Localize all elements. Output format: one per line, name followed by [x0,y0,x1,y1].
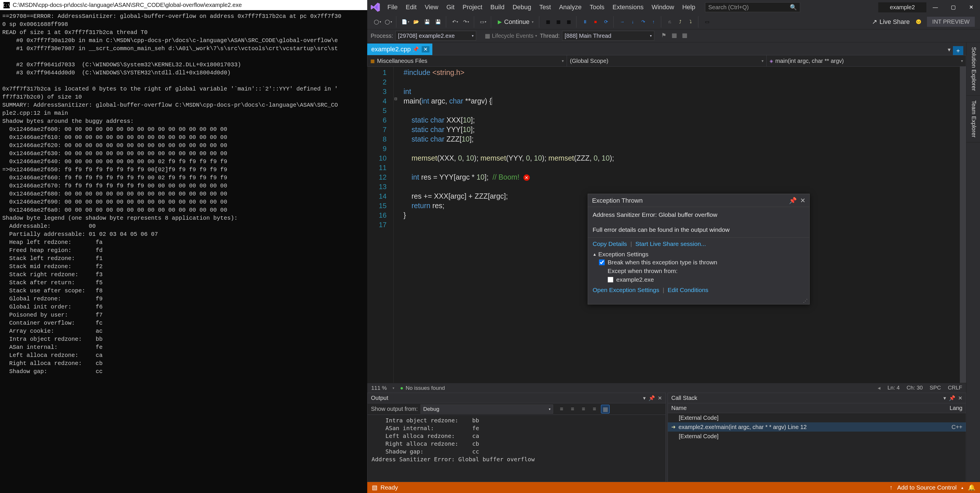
edit-conditions-link[interactable]: Edit Conditions [668,286,708,293]
menu-file[interactable]: File [383,0,401,14]
crlf-indicator[interactable]: CRLF [948,385,962,391]
save-icon[interactable]: 💾 [423,17,431,26]
continue-button[interactable]: ▶ Continue ▾ [495,17,537,27]
menu-debug[interactable]: Debug [508,0,535,14]
redo-icon[interactable]: ↷▾ [462,17,470,26]
spc-indicator[interactable]: SPC [929,385,941,391]
team-explorer-tab[interactable]: Team Explorer [966,96,980,142]
pause-icon[interactable]: ⏸ [581,17,589,26]
config-icon[interactable]: ▭▾ [479,17,487,26]
minimize-button[interactable]: — [926,0,944,14]
tool-icon-a[interactable]: ⎌ [665,17,674,26]
thread-dropdown[interactable]: [888] Main Thread ▾ [562,31,654,41]
panel-dropdown-icon[interactable]: ▾ [943,395,946,401]
open-icon[interactable]: 📂 [412,17,420,26]
menu-project[interactable]: Project [458,0,486,14]
error-icon[interactable]: ✕ [523,175,530,181]
add-source-control[interactable]: Add to Source Control [897,484,957,491]
live-share-button[interactable]: ↗ Live Share [869,18,913,25]
tool-icon-3[interactable]: ▦ [564,17,573,26]
close-button[interactable]: ✕ [962,0,980,14]
tool-icon-c[interactable]: ⤵ [686,17,695,26]
nav-member[interactable]: ◈ main(int argc, char ** argv) ▾ [767,56,966,66]
menu-edit[interactable]: Edit [401,0,420,14]
vs-logo-icon[interactable] [370,2,380,13]
break-when-checkbox[interactable] [599,259,605,265]
solution-explorer-tab[interactable]: Solution Explorer [966,42,980,96]
menu-analyze[interactable]: Analyze [555,0,585,14]
undo-icon[interactable]: ↶▾ [451,17,460,26]
callstack-row[interactable]: ➜ example2.exe!main(int argc, char * * a… [668,422,966,432]
tab-add-icon[interactable]: ＋ [953,46,963,55]
search-input[interactable]: Search (Ctrl+Q) 🔍 [705,2,800,12]
show-next-icon[interactable]: → [618,17,627,26]
ln-indicator[interactable]: Ln: 4 [888,385,900,391]
menu-build[interactable]: Build [486,0,508,14]
pin-icon[interactable]: 📌 [412,46,419,52]
out-tool-2-icon[interactable]: ≡ [568,405,577,413]
callstack-row[interactable]: [External Code] [668,413,966,422]
feedback-icon[interactable]: 😐 [914,17,923,26]
menu-extensions[interactable]: Extensions [608,0,648,14]
output-header[interactable]: Output ▾ 📌 ✕ [368,393,665,403]
panel-close-icon[interactable]: ✕ [658,395,662,401]
panel-close-icon[interactable]: ✕ [958,395,963,401]
panel-pin-icon[interactable]: 📌 [949,395,955,401]
menu-help[interactable]: Help [678,0,699,14]
except-item-checkbox[interactable] [608,277,613,283]
editor-scrollbar[interactable] [960,67,966,383]
nav-project[interactable]: ▦ Miscellaneous Files ▾ [368,56,567,66]
out-tool-4-icon[interactable]: ≡ [590,405,599,413]
out-tool-5-icon[interactable]: ▦ [601,405,609,413]
menu-tools[interactable]: Tools [586,0,608,14]
out-tool-3-icon[interactable]: ≡ [579,405,588,413]
nav-scope[interactable]: (Global Scope) ▾ [567,56,767,66]
output-text[interactable]: Intra object redzone: bb ASan internal: … [368,415,665,482]
resize-grip-icon[interactable]: ⋰ [588,297,809,304]
popup-close-icon[interactable]: ✕ [800,197,805,204]
stack2-icon[interactable]: ▦ [682,32,690,40]
fold-gutter[interactable]: ⊟ [394,67,399,383]
maximize-button[interactable]: ▢ [944,0,962,14]
start-liveshare-link[interactable]: Start Live Share session... [635,240,706,247]
stop-icon[interactable]: ■ [591,17,600,26]
panel-dropdown-icon[interactable]: ▾ [643,395,646,401]
process-dropdown[interactable]: [29708] example2.exe ▾ [395,31,476,41]
stack-icon[interactable]: ▦ [671,32,680,40]
restart-icon[interactable]: ⟳ [601,17,610,26]
int-preview-badge[interactable]: INT PREVIEW [927,17,975,27]
tab-dropdown-icon[interactable]: ▾ [948,46,951,55]
out-tool-1-icon[interactable]: ≡ [557,405,566,413]
menu-view[interactable]: View [420,0,442,14]
tab-example2[interactable]: example2.cpp 📌 ✕ [367,43,432,55]
menu-git[interactable]: Git [442,0,458,14]
flag-icon[interactable]: ⚑ [661,32,669,40]
tool-icon-2[interactable]: ▦ [554,17,563,26]
nav-fwd-icon[interactable]: ◯▾ [384,17,393,26]
show-from-dropdown[interactable]: Debug ▾ [420,404,553,414]
notifications-icon[interactable]: 🔔 [968,484,975,491]
step-out-icon[interactable]: ↑ [649,17,658,26]
callstack-row[interactable]: [External Code] [668,432,966,441]
exception-settings-header[interactable]: ▲ Exception Settings [593,251,805,258]
tool-icon-d[interactable]: ▭ [703,17,711,26]
tab-close-icon[interactable]: ✕ [422,46,430,52]
step-into-icon[interactable]: ↓ [628,17,637,26]
lifecycle-dropdown[interactable]: ▦ Lifecycle Events ▾ [482,32,540,39]
panel-pin-icon[interactable]: 📌 [649,395,655,401]
menu-window[interactable]: Window [648,0,678,14]
zoom-level[interactable]: 111 % [371,385,387,391]
solution-name[interactable]: example2 [878,2,926,13]
callstack-columns[interactable]: Name Lang [668,403,966,413]
menu-test[interactable]: Test [535,0,555,14]
ch-indicator[interactable]: Ch: 30 [907,385,923,391]
popup-pin-icon[interactable]: 📌 [789,197,797,204]
save-all-icon[interactable]: 💾 [434,17,442,26]
tool-icon-1[interactable]: ▦ [544,17,552,26]
open-exception-settings-link[interactable]: Open Exception Settings [593,286,659,293]
copy-details-link[interactable]: Copy Details [593,240,627,247]
tool-icon-b[interactable]: ⤴ [676,17,684,26]
new-project-icon[interactable]: 📄▾ [401,17,410,26]
nav-back-icon[interactable]: ◯▾ [373,17,382,26]
console-titlebar[interactable]: C:\ C:\MSDN\cpp-docs-pr\docs\c-language\… [0,0,367,10]
